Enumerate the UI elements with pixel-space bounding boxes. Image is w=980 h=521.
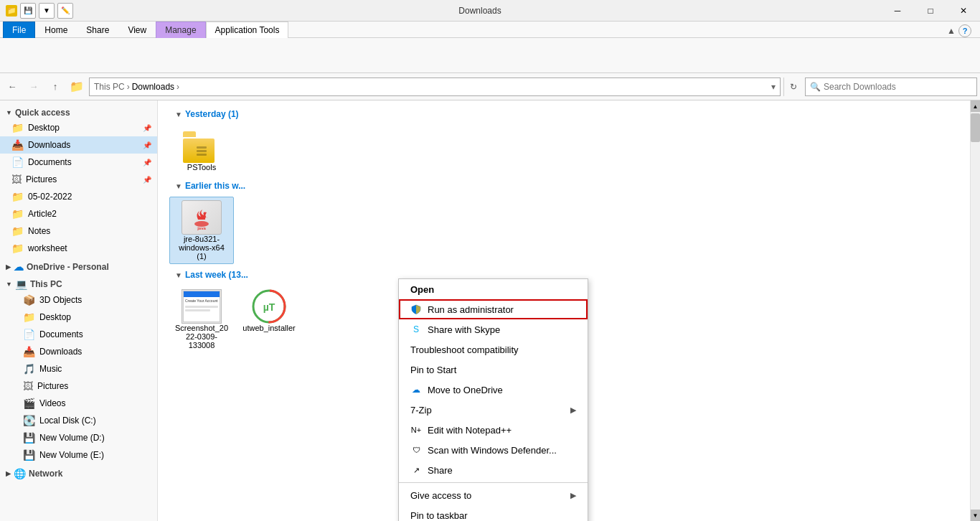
yesterday-files: PSTools xyxy=(169,122,969,178)
earlier-files: java jre-8u321-windows-x64 (1) xyxy=(169,194,969,267)
thispc-icon: 💻 xyxy=(15,278,27,290)
drive-e-icon: 💾 xyxy=(23,449,35,461)
sidebar-item-downloads[interactable]: 📥 Downloads 📌 xyxy=(0,136,157,154)
minimize-button[interactable]: ─ xyxy=(881,0,914,22)
tab-home[interactable]: Home xyxy=(35,22,77,38)
nav-folder-icon: 📁 xyxy=(67,78,86,96)
ctx-give-access[interactable]: Give access to ▶ xyxy=(399,485,588,505)
quick-btn-2[interactable]: ▼ xyxy=(39,3,55,19)
sidebar-section-thispc[interactable]: ▼ 💻 This PC xyxy=(0,274,157,291)
ctx-label: Open xyxy=(410,284,434,295)
address-bar[interactable]: This PC › Downloads › ▾ xyxy=(89,78,781,96)
svg-text:µT: µT xyxy=(263,301,275,313)
drive-d-icon: 💾 xyxy=(23,432,35,443)
submenu-arrow-icon: ▶ xyxy=(570,405,576,415)
sidebar-item-documents-pc[interactable]: 📄 Documents xyxy=(0,326,157,343)
sidebar-item-volume-e[interactable]: 💾 New Volume (E:) xyxy=(0,446,157,464)
folder-pics-icon: 🖼 xyxy=(11,174,22,185)
tab-view[interactable]: View xyxy=(118,22,156,38)
ctx-label: Edit with Notepad++ xyxy=(428,425,512,436)
sidebar-section-quick-access[interactable]: ▼ Quick access xyxy=(0,103,157,119)
maximize-button[interactable]: □ xyxy=(914,0,947,22)
ctx-pin-taskbar[interactable]: Pin to taskbar xyxy=(399,505,588,521)
folder-icon: 📁 xyxy=(23,311,35,323)
sidebar-item-label: worksheet xyxy=(28,243,67,253)
back-button[interactable]: ← xyxy=(3,78,22,96)
sidebar-item-music[interactable]: 🎵 Music xyxy=(0,360,157,377)
section-header-earlier[interactable]: ▼ Earlier this w... xyxy=(169,178,969,194)
sidebar-item-pictures-pc[interactable]: 🖼 Pictures xyxy=(0,377,157,395)
file-screenshot[interactable]: Create Your Account Screenshot_2022-0309… xyxy=(169,286,234,353)
ctx-open[interactable]: Open xyxy=(399,279,588,299)
sidebar-item-desktop[interactable]: 📁 Desktop 📌 xyxy=(0,119,157,136)
address-dropdown-btn[interactable]: ▾ xyxy=(771,82,776,92)
file-pstools[interactable]: PSTools xyxy=(169,125,234,175)
sidebar-item-desktop-pc[interactable]: 📁 Desktop xyxy=(0,309,157,326)
sidebar-item-worksheet[interactable]: 📁 worksheet xyxy=(0,240,157,257)
content-area: ▼ Yesterday (1) PSTools xyxy=(158,100,980,521)
tab-share[interactable]: Share xyxy=(77,22,118,38)
scrollbar-up-btn[interactable]: ▲ xyxy=(971,100,980,112)
sidebar-item-article2[interactable]: 📁 Article2 xyxy=(0,205,157,222)
ctx-label: Give access to xyxy=(410,490,471,501)
sidebar-item-volume-d[interactable]: 💾 New Volume (D:) xyxy=(0,429,157,446)
folder-pics-icon: 🖼 xyxy=(23,380,33,392)
ctx-label: Scan with Windows Defender... xyxy=(428,445,557,456)
sidebar-section-onedrive[interactable]: ▶ ☁ OneDrive - Personal xyxy=(0,257,157,274)
ctx-pin-start[interactable]: Pin to Start xyxy=(399,360,588,380)
tab-application-tools[interactable]: Application Tools xyxy=(206,22,289,38)
ribbon-help-btn[interactable]: ? xyxy=(958,24,971,37)
app-icon: 📁 xyxy=(6,5,17,17)
ctx-7zip[interactable]: 7-Zip ▶ xyxy=(399,400,588,420)
ribbon-content xyxy=(0,38,980,72)
section-header-yesterday[interactable]: ▼ Yesterday (1) xyxy=(169,106,969,122)
onedrive-label: OneDrive - Personal xyxy=(27,262,109,272)
file-name: Screenshot_2022-0309-133008 xyxy=(173,324,230,349)
ctx-troubleshoot[interactable]: Troubleshoot compatibility xyxy=(399,339,588,360)
address-sep-2: › xyxy=(176,82,179,92)
sidebar-item-label: New Volume (D:) xyxy=(39,433,105,443)
scrollbar-down-btn[interactable]: ▼ xyxy=(971,510,980,521)
ctx-separator-1 xyxy=(399,482,588,483)
ctx-share-skype[interactable]: S Share with Skype xyxy=(399,319,588,339)
drive-c-icon: 💽 xyxy=(23,415,35,426)
sidebar-item-downloads-pc[interactable]: 📥 Downloads xyxy=(0,343,157,360)
sidebar-item-3d-objects[interactable]: 📦 3D Objects xyxy=(0,291,157,309)
ctx-label: Move to OneDrive xyxy=(428,385,503,395)
chevron-down-icon: ▼ xyxy=(175,271,182,279)
file-utorrent[interactable]: µT utweb_installer xyxy=(237,286,301,353)
refresh-button[interactable]: ↻ xyxy=(783,78,802,96)
close-button[interactable]: ✕ xyxy=(947,0,980,22)
sidebar-item-label: 05-02-2022 xyxy=(28,192,72,202)
folder-music-icon: 🎵 xyxy=(23,363,35,375)
scrollbar-track[interactable]: ▲ ▼ xyxy=(970,100,980,521)
ctx-move-onedrive[interactable]: ☁ Move to OneDrive xyxy=(399,380,588,400)
svg-text:java: java xyxy=(197,226,206,230)
pin-icon: 📌 xyxy=(143,124,151,132)
up-button[interactable]: ↑ xyxy=(46,78,65,96)
forward-button[interactable]: → xyxy=(24,78,43,96)
ctx-notepadpp[interactable]: N+ Edit with Notepad++ xyxy=(399,420,588,440)
scrollbar-thumb[interactable] xyxy=(971,113,980,142)
sidebar-item-pictures[interactable]: 🖼 Pictures 📌 xyxy=(0,171,157,188)
tab-manage[interactable]: Manage xyxy=(156,22,205,38)
ctx-share[interactable]: ↗ Share xyxy=(399,460,588,480)
ctx-run-as-admin[interactable]: Run as administrator xyxy=(399,299,588,319)
quick-btn-3[interactable]: ✏️ xyxy=(57,3,73,19)
ctx-label: 7-Zip xyxy=(410,405,432,416)
sidebar-item-documents[interactable]: 📄 Documents 📌 xyxy=(0,154,157,171)
ctx-defender[interactable]: 🛡 Scan with Windows Defender... xyxy=(399,440,588,460)
file-jre[interactable]: java jre-8u321-windows-x64 (1) xyxy=(169,197,234,264)
sidebar-item-05-02-2022[interactable]: 📁 05-02-2022 xyxy=(0,188,157,205)
sidebar-section-network[interactable]: ▶ 🌐 Network xyxy=(0,464,157,481)
search-bar[interactable]: 🔍 xyxy=(805,78,977,96)
search-input[interactable] xyxy=(824,82,972,92)
folder-icon: 📁 xyxy=(11,122,24,133)
sidebar-item-videos[interactable]: 🎬 Videos xyxy=(0,395,157,412)
sidebar-item-local-disk-c[interactable]: 💽 Local Disk (C:) xyxy=(0,412,157,429)
quick-btn-1[interactable]: 💾 xyxy=(20,3,36,19)
ribbon-collapse-btn[interactable]: ▲ xyxy=(947,26,956,36)
chevron-down-icon: ▼ xyxy=(175,182,182,190)
tab-file[interactable]: File xyxy=(3,22,35,38)
sidebar-item-notes[interactable]: 📁 Notes xyxy=(0,222,157,240)
